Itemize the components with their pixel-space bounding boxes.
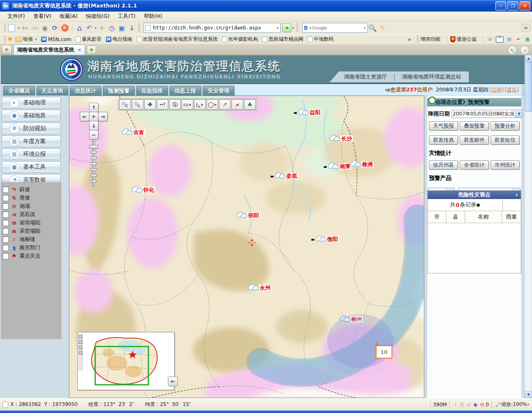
- clock-icon[interactable]: ◷: [107, 23, 117, 33]
- pan-up-button[interactable]: ↑: [89, 103, 99, 112]
- city-stats-button[interactable]: 市州统计: [490, 160, 520, 170]
- tab-close-icon[interactable]: ✕: [78, 47, 81, 53]
- section-base-geography[interactable]: »基础地理: [2, 97, 61, 108]
- weather-forecast-button[interactable]: 天气预报: [429, 121, 458, 130]
- link-land-resources[interactable]: 湖南省国土资源厅: [344, 73, 387, 81]
- logout-link[interactable]: [注销]: [489, 86, 504, 93]
- favorites-heart-icon[interactable]: ♥: [7, 36, 13, 43]
- bookmark-msn[interactable]: MMSN.com: [41, 37, 71, 42]
- maxthon-charity-icon[interactable]: ♥: [450, 36, 456, 42]
- city-huaihua[interactable]: 怀化: [131, 186, 155, 193]
- overlay-warning-button[interactable]: 叠加预警: [460, 121, 489, 130]
- refresh-icon[interactable]: ⟳: [50, 23, 60, 33]
- city-yongzhou[interactable]: 永州: [247, 284, 271, 291]
- city-xiangtan[interactable]: 湘潭: [324, 162, 351, 170]
- city-zhuzhou[interactable]: 株洲: [350, 160, 374, 167]
- exit-link[interactable]: [退出]: [505, 86, 519, 93]
- scroll-up-icon[interactable]: ▲: [525, 55, 532, 62]
- wrench-icon[interactable]: 🔧: [508, 46, 517, 55]
- menu-file[interactable]: 文件(F): [3, 12, 29, 21]
- mass-fax-button[interactable]: 群发传真: [429, 135, 458, 145]
- mass-email-button[interactable]: 群发邮件: [460, 135, 489, 145]
- zoom-in-icon[interactable]: 🔍＋: [119, 99, 131, 110]
- polygon-select-icon[interactable]: ◺➤: [194, 99, 206, 110]
- rect-select-icon[interactable]: ▭➤: [182, 99, 193, 110]
- danger-panel-header[interactable]: 危险性灾害点 »: [428, 191, 521, 199]
- window-tool-icon[interactable]: ▔: [496, 36, 503, 43]
- province-stats-button[interactable]: 全省统计: [460, 160, 489, 170]
- new-page-icon[interactable]: [7, 23, 17, 33]
- bookmark-hunan-geo[interactable]: 欢迎登陆湖南省地质灾害信息系统: [137, 36, 218, 43]
- zoom-dropdown-icon[interactable]: ▾: [527, 403, 529, 406]
- close-button[interactable]: ✕: [520, 1, 530, 10]
- history-dropdown-icon[interactable]: ◉: [40, 23, 50, 33]
- checkbox[interactable]: [2, 220, 9, 226]
- rain-date-select[interactable]: 2007年05月05日08时实况▼: [451, 110, 523, 118]
- search-box[interactable]: 8 ▾ ▾: [302, 23, 368, 33]
- section-base-geology[interactable]: ▣基础地质: [2, 110, 61, 121]
- measure-distance-icon[interactable]: ↔?: [157, 99, 168, 110]
- go-icon[interactable]: ➜: [282, 23, 291, 32]
- pan-center-button[interactable]: ✛: [89, 112, 99, 121]
- highlight-icon[interactable]: ✎: [378, 23, 388, 33]
- city-loudi[interactable]: 娄底: [271, 172, 298, 179]
- new-window-filter-icon[interactable]: ▱: [467, 401, 471, 408]
- zoom-slider-handle[interactable]: [89, 145, 98, 149]
- bookmark-radio[interactable]: M电台指南: [106, 36, 133, 43]
- eraser-icon[interactable]: ▰: [232, 99, 243, 110]
- city-shaoyang[interactable]: 邵阳: [236, 211, 260, 219]
- home-icon[interactable]: ⌂: [74, 23, 84, 33]
- back-icon[interactable]: ⇦: [20, 23, 30, 33]
- menu-help[interactable]: 帮助(H): [140, 12, 166, 21]
- link-geo-monitoring[interactable]: 湖南省地质环境监测总站: [402, 73, 461, 81]
- scroll-thumb[interactable]: [525, 62, 532, 112]
- zoom-out-icon[interactable]: 🔍－: [132, 99, 143, 110]
- checkbox[interactable]: [2, 228, 9, 234]
- address-input[interactable]: [152, 25, 276, 31]
- tree-select-icon[interactable]: ♣: [244, 99, 256, 110]
- menu-view[interactable]: 查看(V): [29, 12, 55, 21]
- city-hengyang[interactable]: 衡阳: [311, 235, 339, 242]
- close-sidebar-icon[interactable]: ✕: [520, 46, 530, 55]
- bookmarks-overflow-icon[interactable]: »: [408, 37, 411, 42]
- scale-icon[interactable]: Ⓢ: [169, 99, 181, 110]
- ad-blocked-icon[interactable]: ⊖: [480, 401, 485, 408]
- search-icon[interactable]: 🔍: [368, 23, 378, 33]
- mass-sms-button[interactable]: 群发短信: [490, 135, 520, 145]
- checkbox[interactable]: [2, 236, 9, 243]
- bookmark-links-folder[interactable]: 链接 ▾: [15, 36, 37, 43]
- address-bar[interactable]: ▾: [143, 23, 280, 33]
- cube-icon[interactable]: ▦: [524, 37, 531, 42]
- inset-collapse-icon[interactable]: ←: [168, 376, 178, 386]
- scroll-down-icon[interactable]: ▼: [525, 391, 532, 398]
- section-env-bulletin[interactable]: ▤环境公报: [2, 148, 61, 160]
- nav-disaster-query[interactable]: 灾点查询: [37, 86, 68, 96]
- circle-select-icon[interactable]: ◯➤: [207, 99, 218, 110]
- monthly-county-button[interactable]: 按月州县: [429, 160, 458, 170]
- download-icon[interactable]: ↓: [127, 23, 137, 33]
- section-annual-plan[interactable]: ▤年度方案: [2, 135, 61, 147]
- search-input[interactable]: [311, 25, 363, 31]
- section-basic-tools[interactable]: ▦基本工具: [2, 161, 61, 173]
- search-dropdown-icon[interactable]: ▾: [364, 26, 366, 30]
- menu-groups[interactable]: 快捷组(G): [82, 12, 114, 21]
- proxy-window-icon[interactable]: ▣: [117, 23, 127, 33]
- checkbox[interactable]: [2, 187, 9, 193]
- tab-active[interactable]: 湖南省地质灾害信息系统 ✕: [13, 44, 85, 55]
- nav-emergency[interactable]: 应急指挥: [136, 86, 168, 96]
- forward-icon[interactable]: ⇨: [30, 23, 40, 33]
- vertical-scrollbar[interactable]: ▲ ▼: [525, 55, 532, 398]
- minimize-button[interactable]: ─: [495, 1, 506, 10]
- bookmark-milu[interactable]: 觅路城市精品网: [262, 36, 303, 43]
- nav-security[interactable]: 安全管理: [203, 86, 234, 96]
- city-changsha[interactable]: 长沙: [329, 135, 353, 142]
- warning-flag-marker[interactable]: 10: [376, 345, 392, 359]
- restore-button[interactable]: ❐: [507, 1, 518, 10]
- pan-down-button[interactable]: ↓: [89, 121, 99, 130]
- undo-dropdown-icon[interactable]: ▾: [95, 26, 96, 30]
- checkbox[interactable]: [2, 211, 9, 218]
- section-prevention-plan[interactable]: ⚙防治规划: [2, 123, 61, 134]
- map-viewport[interactable]: 🔍＋ 🔍－ ✥ ↔? Ⓢ ▭➤ ◺➤ ◯➤ ↗ ▰ ♣ ↑ ← ✛ → ↓ −: [69, 96, 424, 398]
- boost-lightning-icon[interactable]: ⚡: [453, 401, 457, 408]
- checkbox[interactable]: [2, 253, 9, 259]
